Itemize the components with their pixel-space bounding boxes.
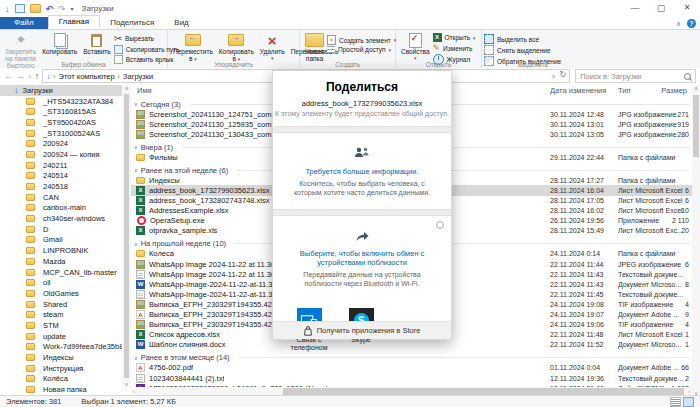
delete-button[interactable]: × Удалить▾ <box>257 32 288 63</box>
column-type[interactable]: Тип <box>618 86 631 95</box>
folder-icon[interactable] <box>30 4 41 13</box>
tab-share[interactable]: Поделиться <box>100 17 164 29</box>
sidebar-item[interactable]: _ST9500420AS <box>0 117 122 128</box>
sidebar-item[interactable]: Инструкция <box>0 363 122 374</box>
sidebar-item[interactable]: Индексы <box>0 352 122 363</box>
sidebar-item-label: 240211 <box>43 161 67 170</box>
sidebar-item[interactable]: Новая папка <box>0 384 122 395</box>
refresh-icon[interactable]: ↻ <box>559 70 566 82</box>
sidebar-item[interactable]: 200924 — копия <box>0 149 122 160</box>
up-icon[interactable]: ↑ <box>35 71 40 81</box>
breadcrumb-computer[interactable]: Этот компьютер <box>59 72 115 81</box>
sidebar-item[interactable]: ch340ser-windows <box>0 213 122 224</box>
sidebar-item[interactable]: LINPROBNIK <box>0 245 122 256</box>
contacts-section[interactable]: Требуется больше информации. Коснитесь, … <box>273 133 451 205</box>
history-dropdown-icon[interactable]: ∨ <box>28 73 32 79</box>
sidebar-item-label: 240518 <box>43 182 68 191</box>
group-header[interactable]: ∨Ранее в этом месяце (14) <box>131 353 692 363</box>
thumbnails-view-icon[interactable] <box>683 397 694 407</box>
breadcrumb-downloads[interactable]: Загрузки <box>123 72 153 81</box>
select-all-button[interactable]: Выделить все <box>484 34 582 44</box>
sidebar-item-label: Shared <box>43 300 67 309</box>
column-name[interactable]: Имя <box>137 86 152 95</box>
sidebar-item[interactable]: Mazda <box>0 256 122 267</box>
file-size: 1 <box>659 341 689 348</box>
sidebar-item[interactable]: _HTS543232ATA384 <box>0 96 122 107</box>
sidebar-item[interactable]: canbox-main <box>0 203 122 214</box>
column-date[interactable]: Дата изменения <box>550 86 606 95</box>
easy-access-button[interactable]: Простой доступ ▾ <box>327 46 396 53</box>
close-button[interactable]: ✕ <box>674 0 700 17</box>
properties-button[interactable]: Свойства▾ <box>398 32 433 63</box>
window-icon[interactable] <box>15 4 25 13</box>
tab-home[interactable]: Главная <box>48 15 100 29</box>
sidebar-item-label: 200924 <box>43 139 68 148</box>
address-dropdown-icon[interactable]: ∨ <box>552 70 556 82</box>
sidebar-item[interactable]: Gmail <box>0 235 122 246</box>
scroll-up-icon[interactable]: ∧ <box>122 85 131 91</box>
sidebar-item[interactable]: Shared <box>0 299 122 310</box>
scroll-right-icon[interactable]: › <box>688 388 690 394</box>
copy-button[interactable]: Копировать <box>39 32 80 56</box>
folder-icon <box>26 354 35 361</box>
sidebar-item[interactable]: ↓Загрузки <box>0 85 122 96</box>
collapse-ribbon-icon[interactable]: ∧ <box>676 20 681 28</box>
new-folder-icon <box>305 33 324 47</box>
need-more-info-link[interactable]: Требуется больше информации. <box>285 167 439 176</box>
nearby-share-link[interactable]: Выберите, чтобы включить обмен с устройс… <box>285 249 439 267</box>
sidebar-item[interactable]: _ST3160815AS <box>0 106 122 117</box>
sidebar-item[interactable]: STM <box>0 320 122 331</box>
vertical-scrollbar[interactable]: ∧ ∨ <box>692 85 700 396</box>
scroll-left-icon[interactable]: ‹ <box>133 388 135 394</box>
folder-icon <box>26 333 35 340</box>
get-apps-store[interactable]: Получить приложения в Store <box>273 321 451 339</box>
search-box[interactable]: Поиск в: Загрузки <box>575 69 696 83</box>
qat-dropdown-icon[interactable]: ▾ <box>71 5 74 12</box>
sidebar-item[interactable]: steam <box>0 309 122 320</box>
paste-button[interactable]: Вставить <box>80 32 114 56</box>
tab-view[interactable]: Вид <box>164 17 198 29</box>
redo-icon[interactable]: ↷ <box>58 4 66 14</box>
sidebar-item[interactable]: MCP_CAN_lib-master <box>0 267 122 278</box>
copy-to-button[interactable]: → Копировать в ▾ <box>216 32 257 64</box>
sidebar-item[interactable]: 240211 <box>0 160 122 171</box>
maximize-button[interactable]: ▢ <box>648 0 674 17</box>
new-item-button[interactable]: ✶Создать элемент ▾ <box>327 35 396 45</box>
help-icon[interactable]: ? <box>687 19 696 28</box>
column-size[interactable]: Размер <box>661 86 687 95</box>
status-bar: Элементов: 381 Выбран 1 элемент: 5,27 КБ <box>0 395 700 407</box>
file-row[interactable]: 1023403844441 (2).txt12.11.2024 19:36Тек… <box>131 373 692 383</box>
back-icon[interactable]: ← <box>4 71 13 81</box>
sidebar-item[interactable]: Колёса <box>0 374 122 385</box>
sidebar-item[interactable]: 240518 <box>0 181 122 192</box>
sidebar-item[interactable]: 200924 <box>0 138 122 149</box>
select-none-button[interactable]: Снять выделение <box>484 45 582 55</box>
paste-icon <box>91 33 102 47</box>
forward-icon[interactable]: → <box>16 71 25 81</box>
sidebar-item[interactable]: Work-7d99feea7de35b8fc7a89fdc3ba4b142 <box>0 342 122 353</box>
file-name: 4756-002.pdf <box>149 363 193 372</box>
sidebar-item[interactable]: CAN <box>0 192 122 203</box>
folder-icon <box>26 172 35 179</box>
file-row[interactable]: 4756-002.pdf01.11.2024 0:04Документ Adob… <box>131 363 692 373</box>
open-button[interactable]: XОткрыть ▾ <box>433 33 476 42</box>
sidebar-item[interactable]: OldGames <box>0 288 122 299</box>
nearby-share-section[interactable]: Выберите, чтобы включить обмен с устройс… <box>273 216 451 296</box>
sidebar-item[interactable]: oil <box>0 277 122 288</box>
move-to-button[interactable]: ← Переместить в ▾ <box>170 32 216 64</box>
minimize-button[interactable]: — <box>622 0 648 17</box>
search-icon[interactable] <box>684 73 691 80</box>
sidebar-item[interactable]: 240514 <box>0 171 122 182</box>
details-view-icon[interactable] <box>670 397 681 407</box>
sidebar-scrollbar[interactable]: ∧ ∨ <box>122 85 131 387</box>
sidebar-item[interactable]: _ST31000524AS <box>0 128 122 139</box>
sidebar-item[interactable]: D <box>0 224 122 235</box>
sidebar-item[interactable]: update <box>0 331 122 342</box>
group-label-open: Открыть <box>396 61 481 68</box>
scroll-down-icon[interactable]: ∨ <box>122 381 131 387</box>
undo-icon[interactable]: ↶ <box>46 4 54 14</box>
edit-button[interactable]: ✎Изменить <box>433 43 476 53</box>
scroll-up-icon[interactable]: ∧ <box>692 85 700 91</box>
new-folder-button[interactable]: Новая папка <box>302 32 327 63</box>
tab-file[interactable]: Файл <box>0 17 48 29</box>
